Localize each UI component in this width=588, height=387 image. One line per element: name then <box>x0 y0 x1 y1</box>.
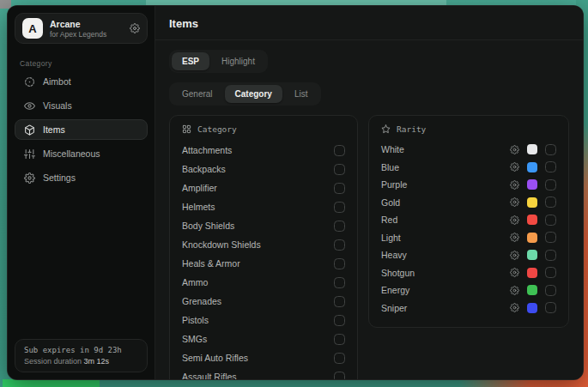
category-row: Heals & Armor <box>182 254 345 273</box>
rarity-checkbox[interactable] <box>545 232 556 243</box>
brand-name: Arcane <box>50 19 106 29</box>
sidebar-item-label: Settings <box>43 172 76 183</box>
rarity-row: Gold <box>381 194 556 212</box>
mode-tabs-row: ESP Highlight <box>169 50 569 73</box>
category-checkbox[interactable] <box>334 145 345 156</box>
rarity-checkbox[interactable] <box>545 179 556 190</box>
rarity-color-swatch[interactable] <box>527 233 537 243</box>
rarity-color-swatch[interactable] <box>527 162 537 172</box>
panels-container: Category Attachments Back <box>169 115 569 380</box>
category-panel: Category Attachments Back <box>169 115 358 380</box>
category-label: Helmets <box>182 202 334 212</box>
tab-general[interactable]: General <box>172 85 223 103</box>
rarity-checkbox[interactable] <box>545 215 556 226</box>
category-panel-title: Category <box>197 124 237 134</box>
brand-subtitle: for Apex Legends <box>50 30 106 39</box>
category-label: SMGs <box>182 334 334 344</box>
category-checkbox[interactable] <box>334 221 345 232</box>
rarity-controls <box>510 285 556 296</box>
rarity-color-swatch[interactable] <box>527 144 537 154</box>
gear-icon[interactable] <box>510 215 519 225</box>
gear-icon[interactable] <box>510 197 519 207</box>
rarity-row: Sniper <box>381 299 556 317</box>
category-checkbox[interactable] <box>334 277 345 288</box>
gear-icon[interactable] <box>510 180 519 190</box>
main-header: Items <box>155 6 583 40</box>
sidebar-item-settings[interactable]: Settings <box>15 167 148 188</box>
gear-icon[interactable] <box>510 268 519 277</box>
category-label: Attachments <box>182 145 334 155</box>
main-area: Items ESP Highlight General Category Lis… <box>155 6 583 379</box>
tab-category[interactable]: Category <box>225 85 282 103</box>
category-checkbox[interactable] <box>334 334 345 345</box>
rarity-checkbox[interactable] <box>545 197 556 208</box>
rarity-color-swatch[interactable] <box>527 215 537 225</box>
category-checkbox[interactable] <box>334 296 345 307</box>
rarity-color-swatch[interactable] <box>527 303 537 313</box>
rarity-row: Red <box>381 211 556 229</box>
category-checkbox[interactable] <box>334 239 345 251</box>
category-panel-header: Category <box>182 124 345 134</box>
category-checkbox[interactable] <box>334 315 345 326</box>
brand-card[interactable]: A Arcane for Apex Legends <box>15 13 148 44</box>
session-duration-line: Session duration 3m 12s <box>24 357 138 366</box>
tab-highlight[interactable]: Highlight <box>211 52 265 70</box>
desktop-green-strip <box>3 379 100 387</box>
rarity-color-swatch[interactable] <box>527 179 537 190</box>
sidebar-item-label: Items <box>43 124 65 135</box>
rarity-checkbox[interactable] <box>545 161 556 172</box>
rarity-panel: Rarity White <box>368 115 569 328</box>
rarity-color-swatch[interactable] <box>527 197 537 208</box>
sidebar-item-items[interactable]: Items <box>15 119 148 140</box>
category-checkbox[interactable] <box>334 164 345 175</box>
tab-list[interactable]: List <box>284 85 318 103</box>
category-row: Assault Rifles <box>182 367 345 380</box>
category-row: Knockdown Shields <box>182 235 345 254</box>
rarity-controls <box>510 250 556 261</box>
page-title: Items <box>169 17 569 30</box>
tab-esp[interactable]: ESP <box>172 52 209 70</box>
sidebar-item-visuals[interactable]: Visuals <box>15 95 148 116</box>
rarity-checkbox[interactable] <box>545 144 556 155</box>
rarity-controls <box>510 179 556 190</box>
gear-icon[interactable] <box>510 233 519 242</box>
category-row: Pistols <box>182 311 345 330</box>
category-checkbox[interactable] <box>334 258 345 269</box>
rarity-label: Shotgun <box>381 268 510 278</box>
category-label: Semi Auto Rifles <box>182 353 334 363</box>
category-checkbox[interactable] <box>334 183 345 194</box>
gear-icon[interactable] <box>510 162 519 172</box>
rarity-checkbox[interactable] <box>545 285 556 296</box>
brand-gear-icon[interactable] <box>130 23 140 33</box>
rarity-panel-title: Rarity <box>397 124 426 134</box>
category-checkbox[interactable] <box>334 202 345 213</box>
rarity-label: White <box>381 144 510 154</box>
rarity-color-swatch[interactable] <box>527 285 537 295</box>
rarity-label: Gold <box>381 197 510 208</box>
sidebar: A Arcane for Apex Legends Category Aimbo… <box>8 6 155 379</box>
sidebar-nav: Aimbot Visuals Items <box>8 71 155 188</box>
session-duration-label: Session duration <box>24 357 82 366</box>
category-checkbox[interactable] <box>334 353 345 364</box>
rarity-color-swatch[interactable] <box>527 250 537 260</box>
rarity-label: Sniper <box>381 303 510 313</box>
gear-icon[interactable] <box>510 286 519 295</box>
rarity-checkbox[interactable] <box>545 250 556 261</box>
category-row: Body Shields <box>182 216 345 235</box>
category-checkbox[interactable] <box>334 372 345 381</box>
brand-text: Arcane for Apex Legends <box>50 19 106 39</box>
sidebar-item-aimbot[interactable]: Aimbot <box>15 71 148 92</box>
sliders-icon <box>24 148 35 160</box>
rarity-controls <box>510 215 556 226</box>
sidebar-item-label: Aimbot <box>43 76 71 87</box>
gear-icon[interactable] <box>510 145 519 154</box>
gear-icon[interactable] <box>510 251 519 260</box>
rarity-checkbox[interactable] <box>545 302 556 313</box>
sidebar-section-label: Category <box>20 59 142 68</box>
sidebar-item-miscellaneous[interactable]: Miscellaneous <box>15 143 148 164</box>
rarity-color-swatch[interactable] <box>527 268 537 278</box>
category-label: Grenades <box>182 296 334 306</box>
category-list: Attachments Backpacks Amplif <box>182 141 345 380</box>
gear-icon[interactable] <box>510 303 519 312</box>
rarity-checkbox[interactable] <box>545 267 556 278</box>
